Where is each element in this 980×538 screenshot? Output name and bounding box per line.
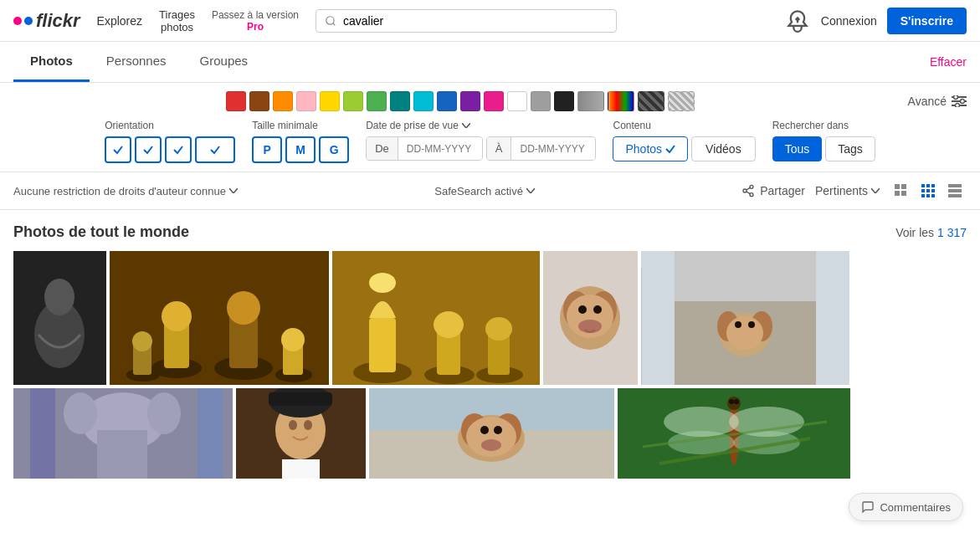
- share-icon: [741, 184, 755, 197]
- color-blue[interactable]: [437, 91, 457, 111]
- pertinents-button[interactable]: Pertinents: [815, 184, 880, 197]
- photo-portrait[interactable]: [236, 388, 366, 479]
- view-buttons: [890, 179, 967, 202]
- color-pattern1[interactable]: [638, 91, 664, 111]
- rechercher-controls: Tous Tags: [772, 136, 875, 161]
- orientation-portrait[interactable]: [135, 136, 162, 163]
- search-input[interactable]: [343, 14, 608, 28]
- photo-dog-1[interactable]: [543, 251, 638, 385]
- color-orange[interactable]: [273, 91, 293, 111]
- view-list[interactable]: [943, 179, 967, 202]
- photo-dog-3[interactable]: [369, 388, 614, 479]
- copyright-chevron-icon: [229, 188, 238, 193]
- color-grayscale[interactable]: [577, 91, 604, 111]
- logo[interactable]: flickr: [13, 10, 80, 32]
- svg-rect-27: [948, 184, 962, 187]
- date-label: Date de prise de vue: [366, 120, 459, 131]
- svg-point-36: [162, 301, 192, 331]
- svg-point-106: [729, 399, 734, 404]
- upload-button[interactable]: [784, 8, 811, 34]
- svg-rect-29: [948, 194, 962, 197]
- color-black[interactable]: [554, 91, 574, 111]
- photo-knight[interactable]: [13, 251, 106, 385]
- svg-point-55: [485, 317, 512, 341]
- orientation-landscape[interactable]: [165, 136, 192, 163]
- avance-button[interactable]: Avancé: [908, 95, 967, 108]
- search-bar: [316, 9, 617, 33]
- contenu-group: Contenu Photos Vidéos: [613, 120, 755, 161]
- color-green[interactable]: [367, 91, 387, 111]
- safesearch-filter[interactable]: SafeSearch activé: [434, 185, 535, 197]
- color-rainbow[interactable]: [608, 91, 634, 111]
- svg-line-12: [747, 192, 751, 194]
- connexion-link[interactable]: Connexion: [821, 14, 877, 28]
- check-icon-4: [209, 144, 221, 156]
- date-from-field[interactable]: [398, 138, 482, 160]
- view-grid-small[interactable]: [890, 179, 913, 202]
- tab-photos[interactable]: Photos: [13, 42, 90, 82]
- svg-rect-78: [198, 388, 223, 479]
- svg-point-49: [369, 273, 396, 293]
- svg-rect-28: [948, 189, 962, 192]
- svg-rect-23: [931, 189, 935, 192]
- color-magenta[interactable]: [484, 91, 504, 111]
- nav-passez-pro[interactable]: Passez à la version Pro: [212, 9, 299, 33]
- rechercher-label: Rechercher dans: [772, 120, 875, 131]
- photo-dragonfly[interactable]: [618, 388, 850, 479]
- comments-button[interactable]: Commentaires: [849, 493, 963, 495]
- photo-chess-1[interactable]: [110, 251, 329, 385]
- color-cyan[interactable]: [413, 91, 434, 111]
- svg-point-96: [480, 426, 489, 434]
- photo-dog-2[interactable]: [641, 251, 849, 385]
- date-to-field[interactable]: [511, 138, 595, 160]
- color-gray[interactable]: [531, 91, 551, 111]
- section-title: Photos de tout le monde: [13, 223, 189, 241]
- svg-rect-25: [926, 194, 930, 197]
- color-yellow-green[interactable]: [343, 91, 363, 111]
- tabs-bar: Photos Personnes Groupes Effacer: [0, 42, 980, 83]
- share-button[interactable]: Partager: [741, 184, 805, 197]
- orientation-all[interactable]: [105, 136, 131, 163]
- size-g-button[interactable]: G: [319, 136, 349, 163]
- size-p-button[interactable]: P: [252, 136, 282, 163]
- voir-les-link[interactable]: Voir les 1 317: [895, 226, 967, 239]
- view-grid-medium[interactable]: [916, 179, 940, 202]
- nav-explorez[interactable]: Explorez: [97, 14, 142, 28]
- contenu-photos-button[interactable]: Photos: [613, 136, 688, 161]
- nav-tirages[interactable]: Tirages photos: [159, 8, 195, 33]
- orientation-pano[interactable]: [195, 136, 235, 163]
- photo-knight-img: [13, 251, 106, 385]
- color-purple[interactable]: [460, 91, 480, 111]
- svg-point-39: [227, 291, 260, 325]
- size-m-button[interactable]: M: [285, 136, 316, 163]
- contenu-videos-button[interactable]: Vidéos: [691, 136, 756, 161]
- color-red[interactable]: [226, 91, 246, 111]
- logo-text: flickr: [36, 10, 80, 32]
- date-from-input: De: [366, 136, 483, 161]
- tab-groupes[interactable]: Groupes: [183, 42, 265, 82]
- copyright-filter[interactable]: Aucune restriction de droits d'auteur co…: [13, 185, 238, 197]
- rechercher-tous-button[interactable]: Tous: [772, 136, 823, 161]
- tab-personnes[interactable]: Personnes: [90, 42, 183, 82]
- color-brown[interactable]: [249, 91, 269, 111]
- effacer-link[interactable]: Effacer: [930, 55, 967, 69]
- color-pattern2[interactable]: [668, 91, 695, 111]
- date-to-prefix: À: [487, 137, 512, 160]
- svg-point-107: [734, 399, 739, 404]
- color-yellow[interactable]: [320, 91, 340, 111]
- svg-line-13: [747, 187, 751, 190]
- logo-dot-blue: [24, 17, 33, 25]
- svg-rect-14: [895, 184, 900, 189]
- rechercher-tags-button[interactable]: Tags: [825, 136, 875, 161]
- color-swatches: [13, 91, 908, 111]
- date-group: Date de prise de vue De À: [366, 120, 596, 161]
- color-teal[interactable]: [390, 91, 410, 111]
- color-pink[interactable]: [296, 91, 316, 111]
- sinscrire-button[interactable]: S'inscrire: [887, 8, 967, 34]
- svg-rect-18: [921, 184, 925, 187]
- color-white[interactable]: [507, 91, 527, 111]
- photo-chess-2[interactable]: [332, 251, 540, 385]
- svg-point-42: [132, 331, 152, 351]
- photo-sculpture[interactable]: [13, 388, 233, 479]
- svg-point-87: [289, 420, 297, 430]
